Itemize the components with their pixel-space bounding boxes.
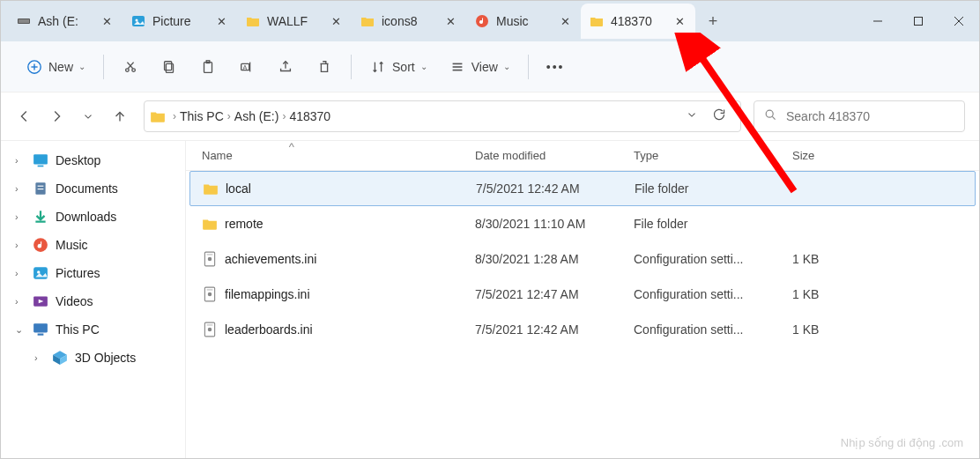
close-window-button[interactable] (939, 5, 979, 37)
close-icon[interactable]: ✕ (214, 14, 228, 28)
ellipsis-icon: ••• (546, 60, 565, 74)
forward-button[interactable] (47, 107, 66, 126)
sidebar-label: Music (56, 238, 88, 252)
column-type[interactable]: Type (634, 149, 792, 162)
close-icon[interactable]: ✕ (672, 14, 687, 28)
up-button[interactable] (110, 107, 130, 126)
chevron-right-icon[interactable]: › (173, 110, 176, 122)
minimize-button[interactable] (858, 5, 898, 37)
sidebar-item-videos[interactable]: ›Videos (1, 287, 185, 315)
svg-line-14 (128, 62, 133, 68)
column-type-label: Type (634, 149, 658, 162)
close-icon[interactable]: ✕ (329, 14, 343, 28)
maximize-button[interactable] (898, 5, 939, 37)
tab-418370[interactable]: 418370 ✕ (581, 4, 695, 39)
chevron-right-icon[interactable]: › (282, 110, 286, 122)
svg-rect-32 (38, 189, 44, 189)
search-box[interactable] (754, 100, 965, 132)
sidebar-item-music[interactable]: ›Music (1, 231, 185, 259)
svg-point-41 (208, 257, 212, 262)
refresh-button[interactable] (712, 107, 726, 125)
file-type: Configuration setti... (634, 287, 792, 301)
svg-rect-31 (38, 186, 44, 187)
plus-circle-icon (26, 58, 43, 76)
downloads-icon (33, 209, 48, 225)
sidebar-item-3dobjects[interactable]: ›3D Objects (1, 344, 185, 372)
column-headers: Name^ Date modified Type Size (186, 141, 979, 171)
breadcrumb-item-folder[interactable]: 418370 (289, 109, 330, 123)
svg-point-13 (132, 68, 136, 71)
svg-rect-1 (19, 19, 29, 23)
breadcrumb[interactable]: › This PC › Ash (E:) › 418370 (144, 100, 741, 132)
copy-button[interactable] (152, 53, 187, 81)
folder-icon (202, 216, 218, 232)
file-name: achievements.ini (225, 252, 316, 266)
file-name: leaderboards.ini (225, 322, 313, 337)
tab-pictures[interactable]: Picture ✕ (122, 4, 237, 39)
tab-ash[interactable]: Ash (E: ✕ (8, 4, 122, 39)
view-label: View (471, 60, 498, 74)
share-button[interactable] (268, 53, 303, 81)
sort-button[interactable]: Sort ⌄ (360, 53, 436, 81)
view-button[interactable]: View ⌄ (440, 53, 519, 81)
delete-button[interactable] (307, 53, 342, 81)
sidebar-item-pictures[interactable]: ›Pictures (1, 259, 185, 287)
folder-icon (203, 181, 219, 196)
file-row[interactable]: leaderboards.ini7/5/2021 12:42 AMConfigu… (186, 312, 979, 347)
file-row[interactable]: local7/5/2021 12:42 AMFile folder (189, 171, 976, 206)
trash-icon (316, 58, 333, 76)
sidebar-item-desktop[interactable]: ›Desktop (1, 146, 185, 174)
close-icon[interactable]: ✕ (100, 14, 114, 28)
sidebar-label: Documents (56, 181, 118, 196)
tab-label: Picture (152, 14, 207, 28)
search-icon (763, 107, 777, 125)
tabs-bar: Ash (E: ✕ Picture ✕ WALLF ✕ icons8 ✕ Mus… (1, 1, 979, 41)
sidebar-item-documents[interactable]: ›Documents (1, 174, 185, 203)
paste-button[interactable] (190, 53, 226, 81)
file-size: 1 KB (792, 252, 872, 266)
svg-point-26 (766, 110, 773, 117)
music-icon (33, 237, 48, 253)
column-size[interactable]: Size (792, 149, 872, 162)
new-button[interactable]: New ⌄ (17, 53, 94, 81)
chevron-down-icon[interactable] (686, 108, 698, 124)
column-date[interactable]: Date modified (475, 149, 634, 162)
ini-file-icon (202, 251, 218, 267)
breadcrumb-item-drive[interactable]: Ash (E:) (234, 109, 279, 123)
tab-wallf[interactable]: WALLF ✕ (237, 4, 352, 39)
column-name[interactable]: Name^ (202, 149, 475, 162)
file-row[interactable]: remote8/30/2021 11:10 AMFile folder (186, 206, 979, 241)
tab-icons8[interactable]: icons8 ✕ (352, 4, 466, 39)
share-icon (277, 58, 294, 76)
close-icon[interactable]: ✕ (443, 14, 457, 28)
close-icon[interactable]: ✕ (558, 14, 572, 28)
svg-rect-35 (33, 267, 48, 279)
folder-icon (360, 14, 375, 28)
tab-label: icons8 (382, 14, 436, 28)
search-input[interactable] (786, 109, 955, 123)
folder-icon (150, 108, 166, 124)
cut-button[interactable] (113, 53, 148, 81)
chevron-right-icon[interactable]: › (227, 110, 231, 122)
tab-music[interactable]: Music ✕ (466, 4, 581, 39)
more-button[interactable]: ••• (538, 55, 574, 79)
svg-text:A: A (243, 63, 248, 70)
new-tab-button[interactable]: + (695, 4, 731, 39)
file-name: remote (225, 217, 264, 231)
rename-button[interactable]: A (229, 53, 264, 81)
sidebar-item-downloads[interactable]: ›Downloads (1, 203, 185, 231)
file-date: 8/30/2021 11:10 AM (475, 217, 634, 231)
file-row[interactable]: achievements.ini8/30/2021 1:28 AMConfigu… (186, 241, 979, 277)
file-row[interactable]: filemappings.ini7/5/2021 12:47 AMConfigu… (186, 277, 979, 312)
svg-line-15 (127, 62, 132, 68)
svg-point-44 (208, 292, 212, 297)
breadcrumb-item-thispc[interactable]: This PC (180, 109, 224, 123)
sort-icon (369, 58, 387, 76)
back-button[interactable] (15, 107, 34, 126)
recent-dropdown[interactable] (78, 107, 98, 126)
ini-file-icon (202, 322, 218, 337)
nav-buttons (15, 107, 130, 126)
file-size: 1 KB (792, 287, 872, 301)
chevron-down-icon: ⌄ (78, 62, 85, 71)
sidebar-item-thispc[interactable]: ⌄This PC (1, 315, 185, 344)
